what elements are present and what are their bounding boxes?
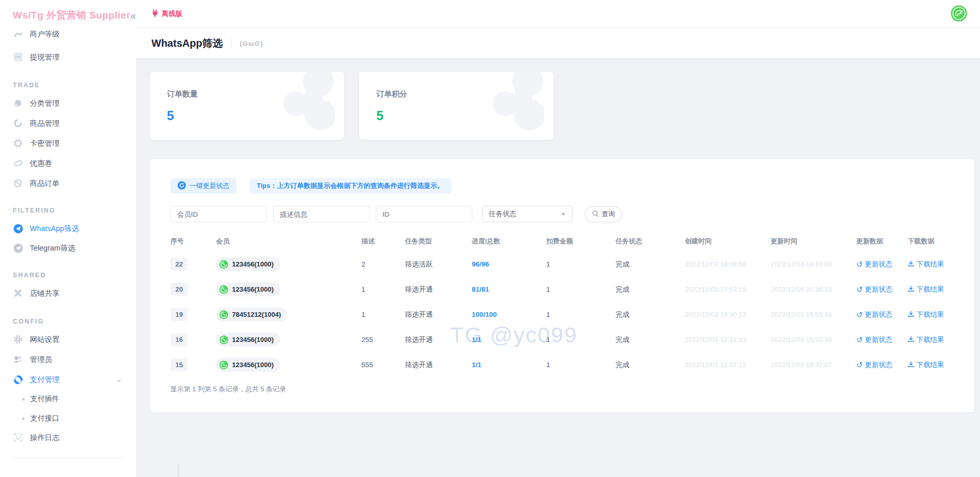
stat-card-order-count: 订单数量 5 — [150, 72, 344, 140]
sidebar-item-payment-plugins[interactable]: 支付插件 — [0, 389, 136, 409]
row-created-time: 2022/12/03 17:57:19 — [685, 285, 771, 293]
row-updated-time: 2022/12/03 15:55:48 — [771, 311, 856, 318]
download-result-link[interactable]: 下载结果 — [908, 260, 944, 269]
update-status-link[interactable]: ↺更新状态 — [856, 360, 893, 370]
row-created-time: 2022/12/03 18:08:58 — [685, 260, 771, 268]
sidebar-item-label: 商品管理 — [30, 119, 60, 128]
sidebar-item-site-settings[interactable]: 网站设置 — [0, 330, 136, 349]
chevron-down-icon: ⌄ — [116, 376, 123, 383]
update-status-link[interactable]: ↺更新状态 — [856, 310, 893, 319]
section-trade: TRADE — [13, 82, 40, 89]
sidebar-collapse-icon[interactable]: « — [130, 10, 136, 22]
sidebar-item-shop-share[interactable]: 店铺共享 — [0, 283, 136, 303]
task-status-select[interactable]: 任务状态 ▼ — [482, 206, 572, 222]
download-result-link[interactable]: 下载结果 — [908, 285, 944, 294]
rotate-icon: ↺ — [856, 285, 863, 293]
sidebar-item-category[interactable]: 分类管理 — [0, 93, 136, 113]
row-progress-link[interactable]: 100/100 — [472, 311, 497, 318]
update-all-button[interactable]: 一键更新状态 — [170, 178, 237, 194]
row-updated-time: 2022/12/03 15:51:30 — [771, 336, 856, 344]
row-status: 完成 — [616, 285, 685, 294]
title-kaomoji: (⊙ω⊙) — [240, 40, 263, 47]
download-result-link[interactable]: 下载结果 — [908, 335, 944, 345]
sidebar-item-telegram-filter[interactable]: Telegram筛选 — [0, 238, 136, 258]
sidebar-item-orders[interactable]: 商品订单 — [0, 174, 136, 193]
row-desc: 1 — [361, 311, 405, 318]
sidebar-item-label: 优惠卷 — [30, 159, 52, 168]
whatsapp-icon — [219, 310, 228, 319]
avatar[interactable] — [949, 4, 969, 24]
row-no: 15 — [170, 358, 216, 371]
bullet-icon — [22, 417, 25, 420]
page-title-bar: WhatsApp筛选 (⊙ω⊙) — [136, 28, 980, 58]
description-input[interactable] — [273, 206, 370, 222]
sidebar-item-label: 卡密管理 — [30, 139, 60, 148]
download-icon — [908, 336, 914, 344]
row-fee: 1 — [546, 311, 616, 318]
sidebar-item-admins[interactable]: 管理员 — [0, 350, 136, 369]
table-body: 22 123456(1000) 2 筛选活跃 96/96 1 完成 2022/1… — [170, 252, 959, 377]
paper-plane-icon — [13, 223, 23, 234]
pie-chart-icon — [13, 374, 23, 385]
paper-plane-icon — [13, 243, 23, 253]
row-progress-link[interactable]: 1/1 — [472, 336, 482, 344]
col-header: 更新数据 — [856, 237, 908, 246]
offline-badge-label: 离线版 — [162, 9, 183, 18]
row-no: 19 — [170, 308, 216, 321]
download-result-link[interactable]: 下载结果 — [908, 310, 944, 319]
update-status-link[interactable]: ↺更新状态 — [856, 285, 893, 294]
coupon-icon — [13, 158, 23, 168]
app-window: 商户等级 Ws/Tg 外贸营销 Supplier « ⋯ 提现管理 TRADE … — [0, 0, 980, 477]
update-status-link[interactable]: ↺更新状态 — [856, 335, 893, 345]
sidebar-item-withdraw[interactable]: ⋯ 提现管理 — [0, 47, 136, 67]
sidebar-item-payment-api[interactable]: 支付接口 — [0, 409, 136, 428]
col-header: 任务状态 — [616, 237, 685, 246]
row-type: 筛选活跃 — [405, 260, 472, 269]
table-row: 16 123456(1000) 255 筛选开通 1/1 1 完成 2022/1… — [170, 327, 959, 352]
scrollbar-thumb[interactable] — [178, 464, 179, 477]
download-result-link[interactable]: 下载结果 — [908, 360, 944, 370]
member-id-input[interactable] — [170, 206, 267, 222]
sidebar-item-coupons[interactable]: 优惠卷 — [0, 154, 136, 173]
col-header: 进度/总数 — [472, 237, 546, 246]
sidebar-item-operation-log[interactable]: 操作日志 — [0, 428, 136, 447]
col-header: 扣费金额 — [546, 237, 616, 246]
row-updated-time: 2022/12/03 18:10:00 — [771, 260, 856, 268]
row-no: 20 — [170, 283, 216, 296]
section-filtering: FILTERING — [13, 207, 55, 214]
sidebar-item-label: 支付管理 — [30, 375, 60, 385]
row-progress-link[interactable]: 81/81 — [472, 285, 489, 293]
row-no: 22 — [170, 258, 216, 271]
sidebar-item-label: 提现管理 — [30, 52, 60, 62]
sidebar-item-whatsapp-filter[interactable]: WhatsApp筛选 — [0, 219, 136, 238]
search-button[interactable]: 查询 — [585, 206, 622, 222]
update-status-link[interactable]: ↺更新状态 — [856, 260, 893, 269]
row-member: 123456(1000) — [216, 282, 361, 296]
stat-value: 5 — [376, 108, 553, 123]
id-input[interactable] — [376, 206, 472, 222]
row-desc: 2 — [361, 260, 405, 268]
task-status-value: 任务状态 — [489, 209, 516, 219]
sidebar-item-products[interactable]: 商品管理 — [0, 113, 136, 133]
row-status: 完成 — [616, 260, 685, 269]
sidebar-item-payment[interactable]: 支付管理 ⌄ — [0, 370, 136, 389]
offline-badge[interactable]: 离线版 — [151, 9, 183, 18]
row-member: 123456(1000) — [216, 333, 361, 347]
sidebar-item-label: 分类管理 — [30, 99, 60, 108]
row-updated-time: 2022/12/03 19:32:07 — [771, 361, 856, 369]
stat-cards: 订单数量 5 订单积分 5 — [150, 72, 553, 140]
whatsapp-icon — [219, 260, 228, 269]
sidebar-item-label: 商品订单 — [30, 179, 60, 188]
table-row: 20 123456(1000) 1 筛选开通 81/81 1 完成 2022/1… — [170, 277, 959, 302]
row-progress-link[interactable]: 1/1 — [472, 361, 482, 369]
row-desc: 555 — [361, 361, 405, 369]
sidebar-item-label: 支付插件 — [30, 394, 59, 404]
whatsapp-icon — [219, 360, 228, 370]
toolbar: 一键更新状态 Tips：上方订单数据显示会根据下方的查询条件进行筛选显示。 — [170, 178, 959, 194]
section-shared: SHARED — [13, 272, 46, 279]
plug-icon — [151, 9, 159, 18]
sidebar-item-cardkeys[interactable]: 卡密管理 — [0, 133, 136, 153]
col-header: 会员 — [216, 237, 361, 246]
stat-label: 订单数量 — [167, 89, 344, 99]
row-progress-link[interactable]: 96/96 — [472, 260, 489, 268]
